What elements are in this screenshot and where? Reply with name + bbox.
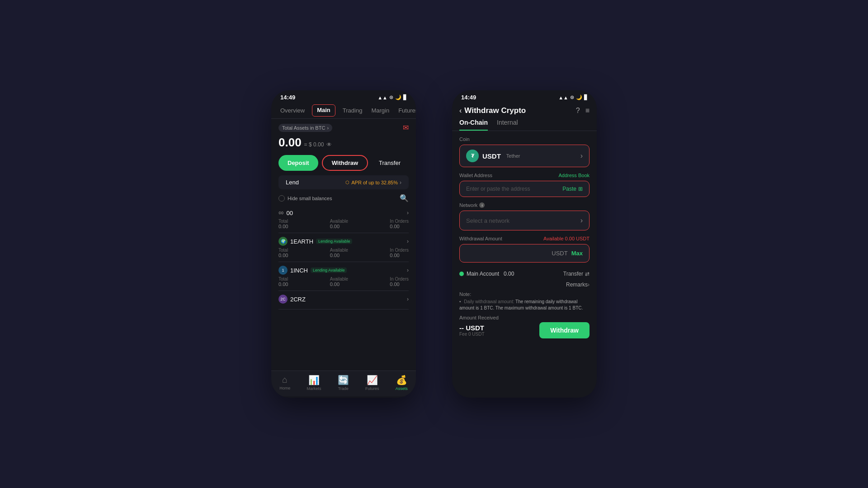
- available-val-1: 0.00: [330, 253, 348, 258]
- transfer-link[interactable]: Transfer ⇄: [563, 271, 590, 277]
- coin-label: Coin: [459, 136, 590, 142]
- received-amount: -- USDT: [459, 324, 485, 332]
- deposit-button[interactable]: Deposit: [278, 155, 318, 171]
- remarks-label: Remarks: [566, 282, 588, 288]
- available-amount: Available 0.00 USDT: [543, 236, 590, 241]
- paste-button[interactable]: Paste ⊞: [562, 186, 583, 192]
- home-icon: ⌂: [282, 375, 288, 385]
- asset-chevron-icon: ›: [407, 210, 409, 216]
- tab-overview[interactable]: Overview: [278, 104, 307, 117]
- asset-name-3: 2CRZ: [290, 296, 306, 303]
- phone-main: 14:49 ▲▲ ⊛ 🌙 ▊ Overview Main Trading Mar…: [271, 90, 416, 398]
- received-row: -- USDT Fee 0 USDT Withdraw: [459, 322, 590, 338]
- transfer-button[interactable]: Transfer: [372, 155, 408, 171]
- eye-icon[interactable]: 👁: [326, 141, 332, 148]
- action-buttons: Deposit Withdraw Transfer: [271, 153, 416, 175]
- asset-icon-infinity: ∞: [278, 209, 283, 217]
- green-dot-icon: [459, 272, 464, 276]
- tab-internal[interactable]: Internal: [497, 119, 518, 131]
- nav-trade[interactable]: 🔄 Trade: [338, 375, 349, 391]
- amount-field[interactable]: USDT Max: [459, 244, 590, 263]
- total-assets-label[interactable]: Total Assets in BTC ›: [278, 124, 332, 132]
- coin-selector[interactable]: ₮ USDT Tether ›: [459, 145, 590, 167]
- list-item[interactable]: ∞ 00 › Total 0.00 Available 0.00 I: [278, 205, 409, 233]
- network-section: Network i Select a network ›: [459, 202, 590, 230]
- network-selector[interactable]: Select a network ›: [459, 211, 590, 230]
- back-title: ‹ Withdraw Crypto: [459, 106, 526, 115]
- address-field[interactable]: Enter or paste the address Paste ⊞: [459, 181, 590, 197]
- tab-on-chain[interactable]: On-Chain: [459, 119, 488, 131]
- page-title: Withdraw Crypto: [464, 106, 526, 115]
- lend-row[interactable]: Lend ⬡ APR of up to 32.85% ›: [278, 175, 409, 189]
- total-assets-row: Total Assets in BTC › ✉: [271, 119, 416, 134]
- amount-label: Withdrawal Amount Available 0.00 USDT: [459, 236, 590, 241]
- account-left: Main Account 0.00: [459, 271, 514, 277]
- asset-icon-2crz: 2C: [278, 295, 288, 304]
- note-label: Note:: [459, 291, 590, 297]
- tab-margin[interactable]: Margin: [369, 104, 391, 117]
- assets-icon: 💰: [396, 375, 407, 385]
- usdt-icon: ₮: [466, 150, 479, 162]
- address-book-link[interactable]: Address Book: [559, 173, 590, 178]
- account-balance: 0.00: [504, 271, 514, 277]
- nav-assets-label: Assets: [396, 386, 408, 391]
- asset-name-2: 1INCH: [290, 267, 308, 274]
- wallet-address-label: Wallet Address Address Book: [459, 173, 590, 178]
- asset-chevron-icon: ›: [407, 238, 409, 244]
- bottom-nav: ⌂ Home 📊 Markets 🔄 Trade 📈 Futures 💰 Ass…: [271, 371, 416, 396]
- asset-name-0: 00: [286, 210, 292, 216]
- markets-icon: 📊: [308, 375, 320, 385]
- lending-badge-2: Lending Available: [311, 267, 347, 273]
- nav-futures[interactable]: 📈 Futures: [365, 375, 379, 391]
- hide-balances-checkbox[interactable]: [278, 195, 285, 202]
- remarks-chevron-icon: ›: [588, 282, 590, 288]
- tab-main[interactable]: Main: [312, 104, 335, 117]
- available-label: Available: [330, 219, 348, 224]
- list-item[interactable]: 2C 2CRZ ›: [278, 291, 409, 310]
- coin-name: USDT: [482, 152, 501, 160]
- help-icon[interactable]: ?: [576, 107, 580, 115]
- nav-markets-label: Markets: [307, 386, 321, 391]
- amount-received-section: Amount Received -- USDT Fee 0 USDT Withd…: [459, 315, 590, 338]
- total-val-0: 0.00: [278, 224, 288, 229]
- search-icon[interactable]: 🔍: [400, 194, 409, 202]
- lend-label: Lend: [286, 179, 299, 186]
- filter-row: Hide small balances 🔍: [271, 189, 416, 205]
- status-icons-1: ▲▲ ⊛ 🌙 ▊: [377, 94, 407, 100]
- mail-icon[interactable]: ✉: [403, 123, 409, 132]
- time-1: 14:49: [280, 94, 295, 101]
- max-button[interactable]: Max: [571, 250, 583, 257]
- coin-left: ₮ USDT Tether: [466, 150, 520, 162]
- asset-list: ∞ 00 › Total 0.00 Available 0.00 I: [271, 205, 416, 371]
- remarks-row[interactable]: Remarks ›: [459, 282, 590, 288]
- tab-futures[interactable]: Futures: [396, 104, 416, 117]
- list-item[interactable]: 🌍 1EARTH Lending Available › Total 0.00 …: [278, 233, 409, 262]
- phone1-content: Overview Main Trading Margin Futures Tot…: [271, 103, 416, 396]
- coin-subtitle: Tether: [506, 153, 520, 159]
- back-button[interactable]: ‹: [459, 107, 462, 115]
- nav-assets[interactable]: 💰 Assets: [396, 375, 408, 391]
- list-item[interactable]: 1 1INCH Lending Available › Total 0.00 A…: [278, 262, 409, 291]
- withdraw-button[interactable]: Withdraw: [322, 155, 368, 171]
- nav-home[interactable]: ⌂ Home: [279, 375, 290, 391]
- trade-icon: 🔄: [338, 375, 349, 385]
- withdraw-submit-button[interactable]: Withdraw: [539, 322, 590, 338]
- balance-main: 0.00: [278, 136, 302, 150]
- network-placeholder: Select a network: [466, 217, 509, 224]
- transfer-icon: ⇄: [585, 271, 590, 277]
- nav-markets[interactable]: 📊 Markets: [307, 375, 321, 391]
- page-header: ‹ Withdraw Crypto ? ≡: [452, 103, 597, 117]
- chain-tabs: On-Chain Internal: [452, 117, 597, 131]
- nav-tabs: Overview Main Trading Margin Futures: [271, 103, 416, 119]
- network-info-icon: i: [479, 202, 485, 208]
- header-icons: ? ≡: [576, 107, 590, 115]
- total-label: Total: [278, 219, 288, 224]
- list-icon[interactable]: ≡: [585, 107, 590, 115]
- hide-balances-toggle[interactable]: Hide small balances: [278, 195, 332, 202]
- phone2-content: ‹ Withdraw Crypto ? ≡ On-Chain Internal …: [452, 103, 597, 396]
- tab-trading[interactable]: Trading: [341, 104, 364, 117]
- phone-withdraw: 14:49 ▲▲ ⊛ 🌙 ▊ ‹ Withdraw Crypto ? ≡ On-…: [452, 90, 597, 398]
- note-text: • Daily withdrawal amount: The remaining…: [459, 299, 590, 311]
- in-orders-val-2: 0.00: [390, 282, 409, 287]
- main-account-row: Main Account 0.00 Transfer ⇄: [459, 268, 590, 280]
